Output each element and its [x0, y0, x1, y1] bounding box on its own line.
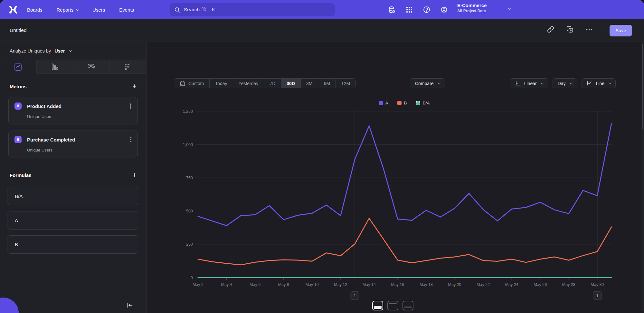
nav-menu: BoardsReportsUsersEvents	[27, 7, 134, 13]
analyze-uniques-row[interactable]: Analyze Uniques by User	[0, 42, 146, 60]
chevron-down-icon	[69, 49, 72, 52]
help-icon[interactable]	[423, 6, 431, 14]
sidebar: Analyze Uniques by User Metrics + AProdu…	[0, 42, 147, 313]
formula-expression: B/A	[15, 193, 23, 199]
y-axis-label: 1,250	[183, 109, 193, 114]
retention-tab-icon	[124, 63, 132, 71]
metric-card-b[interactable]: BPurchase Completed• • •Unique Users	[8, 131, 138, 158]
report-title[interactable]: Untitled	[10, 27, 27, 33]
metric-badge: A	[14, 103, 22, 110]
project-selector[interactable]: E-Commerce All Project Data	[457, 3, 506, 13]
formulas-title: Formulas	[10, 172, 32, 178]
search-icon	[174, 7, 180, 13]
metrics-list: AProduct Added• • •Unique UsersBPurchase…	[0, 97, 146, 158]
more-options-icon[interactable]	[586, 26, 593, 33]
tab-retention-tab[interactable]	[110, 60, 146, 74]
nav-item-events[interactable]: Events	[119, 7, 134, 13]
tab-bar-tab[interactable]	[37, 60, 73, 74]
nav-utility-icons	[388, 0, 448, 19]
chevron-down-icon	[76, 8, 79, 11]
annotation-badge-label: 1	[596, 293, 599, 298]
layout-table-toggle[interactable]	[402, 301, 413, 310]
analyze-value: User	[54, 48, 65, 54]
metrics-title: Metrics	[10, 84, 27, 89]
annotation-badge-label: 1	[354, 293, 356, 298]
collapse-sidebar-icon[interactable]	[126, 302, 133, 309]
search-placeholder: Search ⌘ + K	[184, 7, 215, 13]
nav-item-users[interactable]: Users	[92, 7, 105, 13]
divider	[605, 25, 605, 34]
x-axis-label: May 24	[505, 282, 518, 287]
tab-flows-tab[interactable]	[73, 60, 110, 74]
series-line-b[interactable]	[198, 218, 611, 265]
add-metric-button[interactable]: +	[132, 83, 137, 90]
project-name: E-Commerce	[457, 3, 506, 8]
x-axis-label: May 16	[391, 282, 404, 287]
metric-aggregation[interactable]: Unique Users	[27, 148, 132, 152]
layout-toggles	[372, 301, 413, 310]
x-axis-label: May 30	[591, 282, 604, 287]
x-axis-label: May 18	[420, 282, 433, 287]
formula-expression: B	[15, 242, 18, 247]
x-axis-label: May 14	[363, 282, 376, 287]
y-axis-label: 750	[186, 176, 193, 180]
mixpanel-logo[interactable]	[8, 4, 19, 15]
x-axis-label: May 2	[193, 282, 204, 287]
chart-panel: CustomTodayYesterday7D30D3M6M12M Compare…	[147, 42, 644, 313]
metric-menu-icon[interactable]: • • •	[130, 137, 132, 143]
x-axis-label: May 20	[448, 282, 461, 287]
search-input[interactable]: Search ⌘ + K	[170, 3, 335, 16]
nav-item-label: Boards	[27, 7, 43, 13]
apps-grid-icon[interactable]	[405, 6, 413, 14]
layout-split-toggle[interactable]	[387, 301, 398, 310]
formula-card-b[interactable]: B	[7, 235, 139, 254]
tab-insights-tab[interactable]	[0, 60, 37, 74]
x-axis-label: May 10	[306, 282, 319, 287]
report-header: Untitled Save	[0, 19, 644, 42]
metric-aggregation[interactable]: Unique Users	[27, 114, 132, 119]
layout-chart-toggle[interactable]	[372, 301, 383, 310]
nav-item-reports[interactable]: Reports	[57, 7, 79, 13]
x-axis-label: May 12	[334, 282, 347, 287]
top-nav: BoardsReportsUsersEvents Search ⌘ + K E-…	[0, 0, 644, 19]
x-axis-label: May 28	[562, 282, 575, 287]
settings-gear-icon[interactable]	[440, 6, 448, 14]
project-scope: All Project Data	[457, 9, 506, 13]
share-link-icon[interactable]	[547, 26, 554, 33]
formula-card-b-a[interactable]: B/A	[7, 187, 139, 205]
metric-card-a[interactable]: AProduct Added• • •Unique Users	[8, 97, 138, 124]
x-axis-label: May 4	[221, 282, 232, 287]
save-button[interactable]: Save	[610, 25, 632, 36]
x-axis-label: May 22	[477, 282, 490, 287]
analyze-label: Analyze Uniques by	[10, 48, 51, 54]
metric-badge: B	[14, 136, 22, 143]
duplicate-icon[interactable]	[566, 26, 573, 33]
formula-card-a[interactable]: A	[7, 211, 139, 230]
nav-item-label: Users	[92, 7, 105, 13]
formulas-list: B/AAB	[0, 187, 146, 254]
flows-tab-icon	[87, 63, 96, 71]
chart-svg: 02505007501,0001,250May 2May 4May 6May 8…	[147, 42, 644, 313]
y-axis-label: 500	[186, 209, 193, 213]
nav-item-label: Events	[119, 7, 134, 13]
app-window: BoardsReportsUsersEvents Search ⌘ + K E-…	[0, 0, 644, 313]
insights-tab-icon	[14, 63, 22, 71]
metric-menu-icon[interactable]: • • •	[130, 103, 132, 109]
x-axis-label: May 6	[250, 282, 260, 287]
scrollbar-thumb[interactable]	[642, 44, 643, 129]
add-formula-button[interactable]: +	[132, 171, 137, 179]
data-connections-icon[interactable]	[388, 6, 396, 14]
report-type-tabs	[0, 60, 146, 74]
series-line-a[interactable]	[198, 123, 611, 226]
y-axis-label: 250	[186, 242, 193, 247]
scrollbar[interactable]	[641, 43, 644, 312]
y-axis-label: 0	[191, 276, 193, 280]
metric-name: Purchase Completed	[27, 137, 124, 142]
chevron-down-icon	[508, 6, 511, 10]
x-axis-label: May 8	[278, 282, 289, 287]
formula-expression: A	[15, 218, 18, 223]
nav-item-boards[interactable]: Boards	[27, 7, 43, 13]
bar-tab-icon	[51, 63, 59, 71]
y-axis-label: 1,000	[183, 142, 193, 147]
metric-name: Product Added	[27, 103, 124, 109]
